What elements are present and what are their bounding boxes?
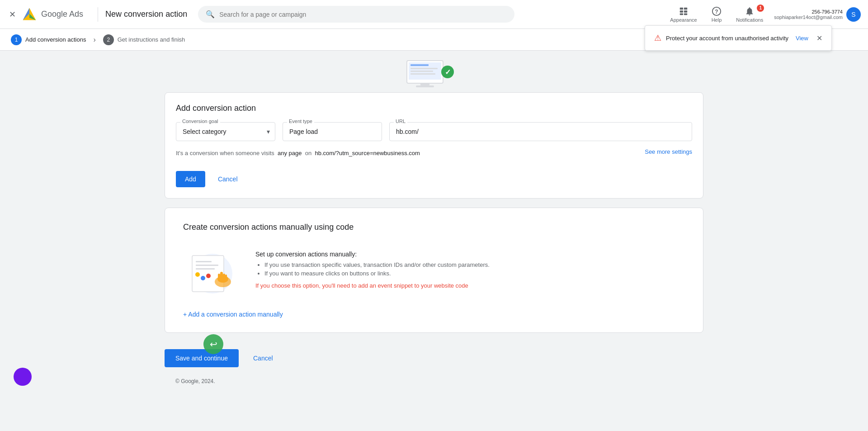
svg-rect-8 [684,13,687,15]
manual-content: Set up conversion actions manually: If y… [183,246,685,296]
nav-right: Appearance ? Help 1 Notifications 256-79… [666,5,861,24]
svg-rect-33 [225,275,227,280]
help-button[interactable]: ? Help [708,5,726,24]
help-icon: ? [712,6,722,16]
google-ads-label: Google Ads [41,9,83,19]
svg-rect-4 [684,7,687,9]
url-label: URL [394,118,407,124]
user-email: sophiaparker14oct@gmail.com [774,14,843,20]
bottom-bar: Save and continue Cancel [165,342,703,374]
cancel-add-button[interactable]: Cancel [211,171,245,187]
top-navigation: ✕ Google Ads New conversion action 🔍 App… [0,0,868,29]
see-more-settings-link[interactable]: See more settings [645,148,692,155]
footer: © Google, 2024. [165,374,703,388]
svg-rect-18 [416,85,434,87]
create-manually-card: Create conversion actions manually using… [165,208,703,333]
notifications-button[interactable]: 1 Notifications [732,5,767,24]
svg-rect-25 [196,268,215,270]
search-input[interactable] [219,11,507,18]
event-type-input[interactable] [283,122,382,141]
manual-description: Set up conversion actions manually: If y… [255,251,685,293]
top-illustration: ✓ [165,51,703,92]
conversion-goal-label: Conversion goal [180,118,220,124]
add-conversion-card: Add conversion action Conversion goal Se… [165,92,703,199]
google-ads-logo: Google Ads [21,6,83,23]
svg-rect-7 [680,13,683,15]
main-content: ✓ Add conversion action Conversion goal … [154,51,714,399]
appearance-label: Appearance [670,17,697,23]
computer-illustration: ✓ [393,56,475,92]
add-manually-button[interactable]: + Add a conversion action manually [183,311,283,318]
svg-rect-15 [410,71,433,72]
help-label: Help [712,17,722,23]
appearance-button[interactable]: Appearance [666,5,700,24]
save-continue-button[interactable]: Save and continue [165,349,239,367]
manual-illustration [183,246,237,296]
add-button[interactable]: Add [176,171,205,187]
svg-text:✓: ✓ [445,68,451,76]
svg-rect-32 [223,274,225,280]
url-field: URL [389,122,692,141]
svg-rect-5 [680,10,683,13]
appearance-icon [679,6,689,16]
step-1-label: Add conversion actions [25,36,86,43]
user-info[interactable]: 256-796-3774 sophiaparker14oct@gmail.com… [774,7,861,22]
bottom-cancel-button[interactable]: Cancel [246,349,280,367]
manual-description-text: Set up conversion actions manually: [255,251,685,258]
manual-bullet-1: If you use transaction specific values, … [264,261,685,268]
notifications-icon [745,6,755,16]
notification-link[interactable]: View [796,35,808,42]
search-bar[interactable]: 🔍 [198,6,514,23]
search-icon: 🔍 [206,10,215,19]
svg-rect-13 [410,64,429,66]
add-conversion-title: Add conversion action [176,104,692,113]
card-inner: Add conversion action Conversion goal Se… [165,93,703,198]
nav-divider [98,7,98,22]
page-title: New conversion action [105,9,187,19]
svg-rect-34 [218,274,220,279]
manual-code-illustration [183,246,237,296]
add-conversion-buttons: Add Cancel [176,171,692,187]
event-type-label: Event type [287,118,314,124]
step-1-number: 1 [11,34,22,45]
notification-close-button[interactable]: ✕ [816,34,822,43]
step-2-label: Get instructions and finish [118,36,185,43]
event-type-field: Event type [283,122,382,141]
url-input[interactable] [389,122,692,141]
svg-point-26 [195,272,200,277]
notification-badge: 1 [757,5,764,12]
cursor-green-overlay: ↩ [203,334,223,354]
svg-text:?: ? [715,8,718,14]
notifications-label: Notifications [736,17,763,23]
manual-warning: If you choose this option, you'll need t… [255,282,685,289]
svg-rect-16 [410,73,435,75]
user-avatar[interactable]: S [846,7,861,22]
svg-rect-3 [680,7,683,9]
notification-text: Protect your account from unauthorised a… [666,35,788,42]
google-ads-logo-icon [21,6,38,23]
svg-point-28 [206,274,211,278]
cursor-purple-overlay [14,368,32,386]
svg-rect-23 [196,261,212,262]
conversion-goal-field: Conversion goal Select category ▾ [176,122,275,141]
svg-rect-14 [410,68,438,69]
conversion-goal-select[interactable]: Select category [176,122,275,141]
step-2-number: 2 [103,34,114,45]
manual-bullets: If you use transaction specific values, … [264,261,685,277]
close-button[interactable]: ✕ [7,8,18,21]
conversion-description: It's a conversion when someone visits an… [176,150,420,156]
create-manually-title: Create conversion actions manually using… [183,223,685,232]
svg-rect-6 [684,10,687,13]
user-phone: 256-796-3774 [774,9,843,14]
notification-bar: ⚠ Protect your account from unauthorised… [645,25,832,51]
svg-rect-24 [196,265,218,266]
breadcrumb-step-1: 1 Add conversion actions [11,34,86,45]
manual-bullet-2: If you want to measure clicks on buttons… [264,270,685,277]
svg-rect-31 [220,272,223,281]
warning-icon: ⚠ [654,33,661,43]
breadcrumb-separator: › [93,36,95,44]
svg-rect-17 [420,83,429,85]
breadcrumb-step-2: 2 Get instructions and finish [103,34,185,45]
svg-point-27 [201,276,205,280]
form-row: Conversion goal Select category ▾ Event … [176,122,692,141]
